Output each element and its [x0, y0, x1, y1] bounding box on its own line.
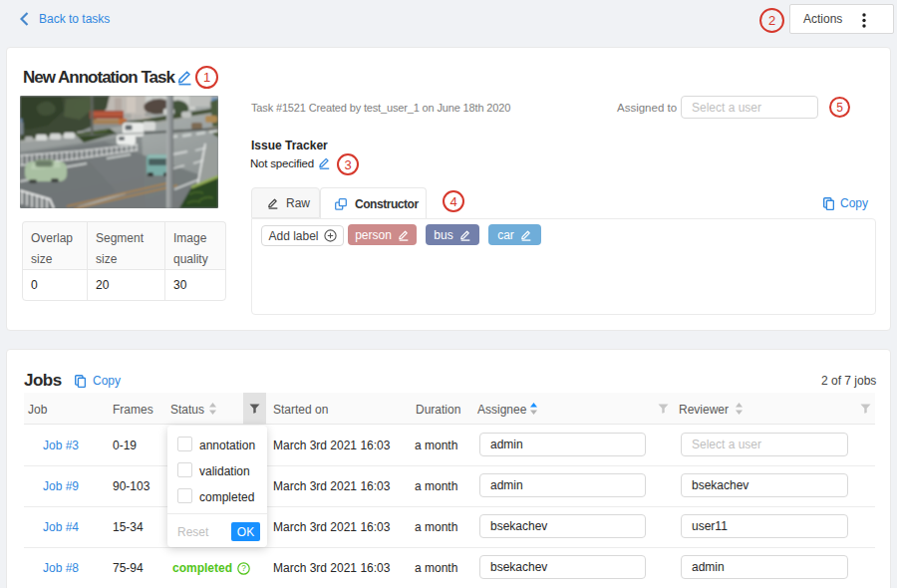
svg-text:?: ?: [241, 564, 246, 573]
